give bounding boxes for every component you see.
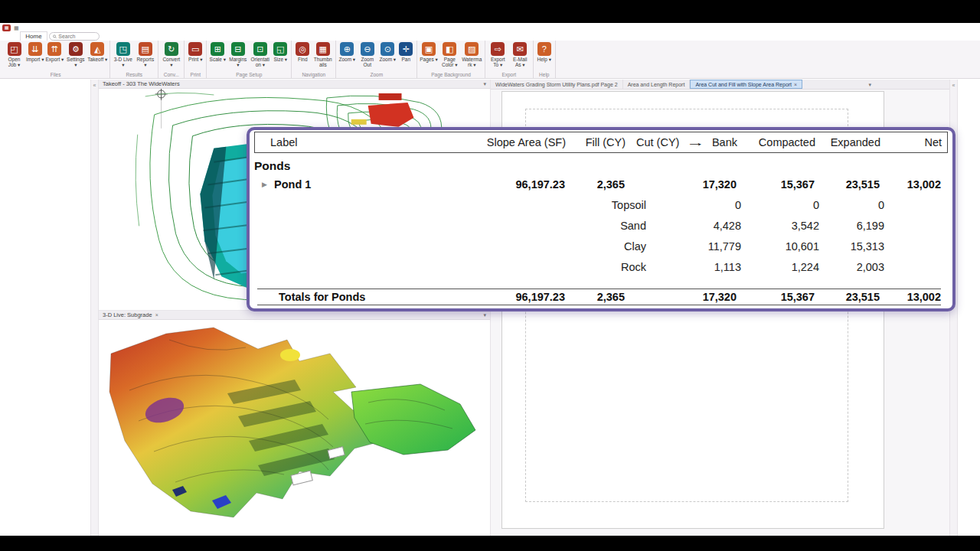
ribbon-button-print[interactable]: ▭Print ▾	[186, 41, 204, 62]
ribbon-group-help: ?Help ▾Help	[534, 41, 556, 78]
import-icon: ⇊	[28, 42, 42, 56]
totals-fill: 2,365	[565, 291, 625, 303]
open-job-icon: ◰	[8, 42, 21, 56]
ribbon-button-label: Margins ▾	[227, 57, 248, 68]
ribbon-button-label: Open Job ▾	[4, 57, 24, 68]
ribbon-button-help[interactable]: ?Help ▾	[535, 41, 554, 62]
ribbon-button-size[interactable]: ◱Size ▾	[271, 41, 289, 62]
tab-area-length-report[interactable]: Area and Length Report	[623, 80, 691, 89]
search-input[interactable]	[58, 34, 96, 39]
ribbon-button-label: Export To ▾	[488, 57, 508, 68]
ribbon-button-import[interactable]: ⇊Import ▾	[25, 41, 45, 62]
ribbon-button-settings[interactable]: ⚙Settings ▾	[64, 41, 87, 68]
close-icon[interactable]: ×	[155, 312, 158, 318]
ribbon-button-margins[interactable]: ⊟Margins ▾	[227, 41, 249, 68]
ribbon-button-label: 3-D Live ▾	[113, 57, 133, 68]
find-icon: ◎	[296, 42, 309, 56]
ribbon-group-navigation: ◎Find▦ThumbnailsNavigation	[292, 41, 336, 78]
pan-icon: ✛	[399, 42, 413, 56]
takeoff-icon: ◭	[90, 42, 104, 56]
panel-menu-caret-icon[interactable]: ▾	[483, 312, 486, 318]
pond-expanded: 23,515	[815, 178, 880, 191]
page-color-icon: ◧	[443, 42, 456, 56]
ribbon-button-label: E-Mail As ▾	[510, 57, 531, 68]
ribbon-button-label: Page Color ▾	[439, 57, 460, 68]
pond-net: 13,002	[880, 178, 941, 191]
ribbon-button-zoom[interactable]: ⊙Zoom ▾	[378, 41, 397, 62]
ribbon-button-label: Scale ▾	[210, 57, 226, 62]
zoom-icon: ⊙	[381, 42, 394, 56]
letterbox-bottom	[0, 536, 980, 551]
close-icon[interactable]: ×	[794, 82, 797, 87]
live-panel-header: 3-D Live: Subgrade × ▾	[99, 311, 490, 320]
ribbon-button-label: Reports ▾	[135, 57, 155, 68]
tab-cut-fill-report[interactable]: Area Cut and Fill with Slope Area Report…	[690, 80, 802, 89]
material-value: 0	[646, 199, 741, 211]
col-net: Net	[880, 136, 942, 148]
watermark-icon: ▨	[465, 42, 479, 56]
ribbon-button-export-to[interactable]: ⇨Export To ▾	[487, 41, 509, 68]
ribbon-button-e-mail-as[interactable]: ✉E-Mail As ▾	[509, 41, 531, 68]
ribbon-button-label: Watermark ▾	[462, 57, 482, 68]
col-slope-area: Slope Area (SF)	[431, 136, 566, 148]
ribbon-button-label: Settings ▾	[65, 57, 86, 68]
ribbon-button-convert[interactable]: ↻Convert ▾	[160, 41, 182, 68]
tab-home[interactable]: Home	[20, 31, 47, 41]
document-tabbar: WideWaters Grading Storm Utility Plans.p…	[491, 80, 949, 90]
material-value: 0	[819, 199, 884, 211]
pond-fill: 2,365	[565, 178, 625, 191]
ribbon-group-label: Zoom	[338, 71, 415, 78]
panel-collapse-button[interactable]: «	[91, 83, 98, 88]
ribbon-button-label: Zoom ▾	[379, 57, 396, 62]
terrain-3d-graphic	[99, 320, 490, 535]
expand-triangle-icon[interactable]: ▶	[257, 181, 274, 188]
app-logo-icon[interactable]: ▦	[2, 24, 11, 31]
pages-icon: ▣	[422, 42, 436, 56]
material-value: 2,003	[819, 261, 884, 273]
ribbon-button-pan[interactable]: ✛Pan	[397, 41, 415, 62]
thumbnails-icon: ▦	[316, 42, 330, 56]
ribbon-button-takeoff[interactable]: ◭Takeoff ▾	[87, 41, 108, 62]
ribbon-button-label: Orientation ▾	[250, 57, 270, 68]
left-panel-strip: «	[90, 80, 99, 536]
ribbon-button-reports[interactable]: ▤Reports ▾	[134, 41, 156, 68]
search-box[interactable]	[49, 32, 100, 41]
ribbon-button-zoom-out[interactable]: ⊖Zoom Out	[356, 41, 378, 68]
totals-label: Totals for Ponds	[257, 291, 430, 303]
live-3d-canvas[interactable]	[99, 320, 490, 535]
material-rows: Topsoil000Sand4,4283,5426,199Clay11,7791…	[254, 194, 948, 277]
material-row-sand: Sand4,4283,5426,199	[257, 215, 941, 236]
ribbon-button-label: Thumbnails	[312, 57, 333, 68]
ribbon-button-label: Convert ▾	[161, 57, 181, 68]
panel-menu-caret-icon[interactable]: ▾	[483, 81, 486, 87]
material-row-topsoil: Topsoil000	[257, 194, 941, 215]
col-compacted: Compacted	[737, 136, 815, 148]
ribbon-button-3-d-live[interactable]: ◳3-D Live ▾	[112, 41, 134, 68]
ribbon-button-find[interactable]: ◎Find	[293, 41, 312, 62]
ribbon-group-page-background: ▣Pages ▾◧Page Color ▾▨Watermark ▾Page Ba…	[417, 41, 485, 78]
ribbon-button-thumbnails[interactable]: ▦Thumbnails	[312, 41, 334, 68]
quick-access-icon[interactable]: ▦	[14, 25, 19, 31]
ribbon-button-page-color[interactable]: ◧Page Color ▾	[439, 41, 461, 68]
ribbon-button-label: Pan	[401, 57, 410, 62]
panel-collapse-button[interactable]: «	[950, 83, 957, 88]
tab-plans-pdf[interactable]: WideWaters Grading Storm Utility Plans.p…	[491, 80, 623, 89]
ribbon-button-watermark[interactable]: ▨Watermark ▾	[461, 41, 483, 68]
ribbon-button-open-job[interactable]: ◰Open Job ▾	[3, 41, 25, 68]
ribbon-button-orientation[interactable]: ⊡Orientation ▾	[249, 41, 271, 68]
ribbon-button-pages[interactable]: ▣Pages ▾	[419, 41, 439, 62]
pond-label: Pond 1	[274, 178, 311, 191]
help-icon: ?	[537, 42, 551, 56]
convert-icon: ↻	[165, 42, 178, 56]
ribbon-group-label: Conv...	[160, 71, 182, 78]
ribbon-button-scale[interactable]: ⊞Scale ▾	[208, 41, 227, 62]
totals-bank: 17,320	[625, 291, 737, 303]
ribbon-button-export[interactable]: ⇈Export ▾	[45, 41, 65, 62]
pond-compacted: 15,367	[737, 178, 815, 191]
ribbon-group-label: Page Background	[419, 71, 483, 78]
material-value: 3,542	[741, 220, 819, 232]
tab-list-caret-icon[interactable]: ▾	[868, 80, 871, 90]
totals-compacted: 15,367	[737, 291, 815, 303]
export-icon: ⇈	[47, 42, 61, 56]
ribbon-button-zoom[interactable]: ⊕Zoom ▾	[338, 41, 356, 62]
